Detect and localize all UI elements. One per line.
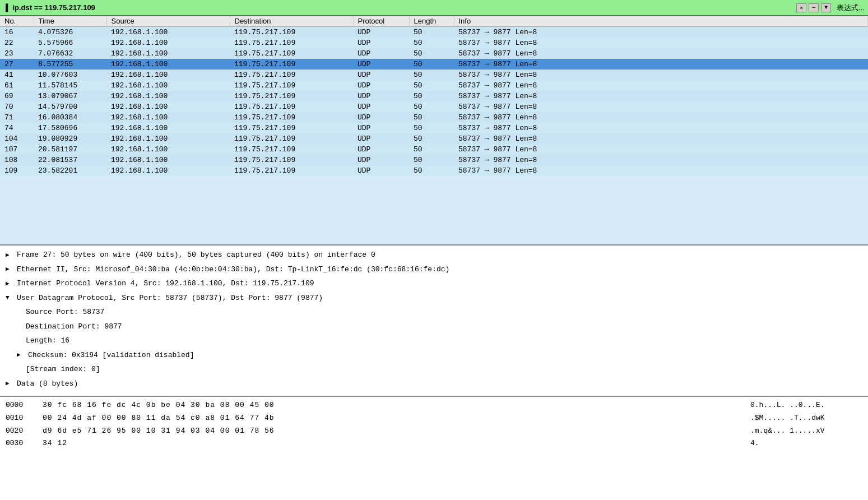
udp-field-row: Source Port: 58737 — [0, 305, 868, 320]
cell-src: 192.168.1.100 — [106, 112, 230, 123]
cell-len: 50 — [409, 38, 454, 48]
table-row[interactable]: 41 10.077603 192.168.1.100 119.75.217.10… — [0, 70, 868, 80]
cell-len: 50 — [409, 144, 454, 155]
udp-text: User Datagram Protocol, Src Port: 58737 … — [17, 293, 323, 304]
cell-no: 108 — [0, 155, 34, 165]
cell-proto: UDP — [353, 59, 409, 70]
cell-info: 58737 → 9877 Len=8 — [454, 38, 868, 48]
col-header-no: No. — [0, 16, 34, 27]
hex-row: 0010 00 24 4d af 00 00 80 11 da 54 c0 a8… — [0, 412, 868, 425]
cell-dst: 119.75.217.109 — [230, 165, 353, 176]
udp-sub-field: Destination Port: 9877 — [26, 321, 122, 332]
cell-len: 50 — [409, 80, 454, 91]
cell-proto: UDP — [353, 48, 409, 59]
expression-label[interactable]: 表达式... — [837, 3, 865, 13]
cell-info: 58737 → 9877 Len=8 — [454, 165, 868, 176]
cell-time: 14.579700 — [34, 101, 106, 112]
cell-len: 50 — [409, 27, 454, 38]
cell-info: 58737 → 9877 Len=8 — [454, 48, 868, 59]
col-header-destination: Destination — [230, 16, 353, 27]
udp-sub-field: Source Port: 58737 — [26, 307, 104, 318]
table-row[interactable]: 74 17.580696 192.168.1.100 119.75.217.10… — [0, 123, 868, 133]
cell-time: 19.080929 — [34, 133, 106, 144]
cell-proto: UDP — [353, 70, 409, 80]
hex-ascii: 0.h...L. ..0...E. — [750, 400, 862, 411]
cell-no: 61 — [0, 80, 34, 91]
hex-offset: 0030 — [6, 438, 34, 450]
cell-no: 109 — [0, 165, 34, 176]
table-row[interactable]: 70 14.579700 192.168.1.100 119.75.217.10… — [0, 101, 868, 112]
table-row[interactable]: 104 19.080929 192.168.1.100 119.75.217.1… — [0, 133, 868, 144]
detail-ethernet-row[interactable]: ▶ Ethernet II, Src: Microsof_04:30:ba (4… — [0, 262, 868, 277]
table-row[interactable]: 108 22.081537 192.168.1.100 119.75.217.1… — [0, 155, 868, 165]
ip-text: Internet Protocol Version 4, Src: 192.16… — [17, 278, 314, 289]
cell-time: 11.578145 — [34, 80, 106, 91]
cell-info: 58737 → 9877 Len=8 — [454, 155, 868, 165]
packet-list-pane: No. Time Source Destination Protocol Len… — [0, 16, 868, 246]
col-header-source: Source — [106, 16, 230, 27]
cell-no: 16 — [0, 27, 34, 38]
cell-len: 50 — [409, 101, 454, 112]
cell-src: 192.168.1.100 — [106, 27, 230, 38]
minimize-button[interactable]: — — [809, 3, 819, 12]
frame-text: Frame 27: 50 bytes on wire (400 bits), 5… — [17, 249, 375, 261]
udp-field-row: [Stream index: 0] — [0, 362, 868, 377]
cell-len: 50 — [409, 91, 454, 101]
table-row[interactable]: 27 8.577255 192.168.1.100 119.75.217.109… — [0, 59, 868, 70]
cell-dst: 119.75.217.109 — [230, 80, 353, 91]
cell-len: 50 — [409, 70, 454, 80]
ip-toggle: ▶ — [6, 279, 15, 289]
udp-field-row: Destination Port: 9877 — [0, 320, 868, 334]
cell-time: 23.582201 — [34, 165, 106, 176]
cell-dst: 119.75.217.109 — [230, 70, 353, 80]
cell-no: 22 — [0, 38, 34, 48]
udp-toggle: ▼ — [6, 293, 15, 303]
udp-sub-field: [Stream index: 0] — [26, 364, 100, 375]
table-row[interactable]: 61 11.578145 192.168.1.100 119.75.217.10… — [0, 80, 868, 91]
cell-time: 17.580696 — [34, 123, 106, 133]
table-row[interactable]: 107 20.581197 192.168.1.100 119.75.217.1… — [0, 144, 868, 155]
cell-info: 58737 → 9877 Len=8 — [454, 91, 868, 101]
cell-time: 20.581197 — [34, 144, 106, 155]
checksum-toggle: ▶ — [17, 350, 26, 360]
data-text: Data (8 bytes) — [17, 378, 78, 390]
cell-no: 74 — [0, 123, 34, 133]
table-row[interactable]: 22 5.575966 192.168.1.100 119.75.217.109… — [0, 38, 868, 48]
cell-proto: UDP — [353, 38, 409, 48]
table-row[interactable]: 69 13.079067 192.168.1.100 119.75.217.10… — [0, 91, 868, 101]
hex-offset: 0020 — [6, 425, 34, 437]
cell-src: 192.168.1.100 — [106, 123, 230, 133]
table-header-row: No. Time Source Destination Protocol Len… — [0, 16, 868, 27]
table-row[interactable]: 71 16.080384 192.168.1.100 119.75.217.10… — [0, 112, 868, 123]
hex-ascii: .$M..... .T...dwK — [750, 413, 862, 424]
detail-data-row[interactable]: ▶ Data (8 bytes) — [0, 377, 868, 391]
col-header-time: Time — [34, 16, 106, 27]
table-row[interactable]: 16 4.075326 192.168.1.100 119.75.217.109… — [0, 27, 868, 38]
cell-len: 50 — [409, 123, 454, 133]
col-header-info: Info — [454, 16, 868, 27]
title-bar: ▐ ip.dst == 119.75.217.109 ✕ — ▼ 表达式... — [0, 0, 868, 16]
hex-offset: 0000 — [6, 400, 34, 411]
packet-table: No. Time Source Destination Protocol Len… — [0, 16, 868, 176]
cell-time: 5.575966 — [34, 38, 106, 48]
cell-src: 192.168.1.100 — [106, 101, 230, 112]
cell-proto: UDP — [353, 144, 409, 155]
cell-time: 13.079067 — [34, 91, 106, 101]
cell-dst: 119.75.217.109 — [230, 59, 353, 70]
cell-dst: 119.75.217.109 — [230, 101, 353, 112]
ethernet-toggle: ▶ — [6, 265, 15, 274]
cell-proto: UDP — [353, 155, 409, 165]
dropdown-button[interactable]: ▼ — [821, 3, 831, 12]
udp-field-row[interactable]: ▶Checksum: 0x3194 [validation disabled] — [0, 348, 868, 363]
table-row[interactable]: 23 7.076632 192.168.1.100 119.75.217.109… — [0, 48, 868, 59]
table-row[interactable]: 109 23.582201 192.168.1.100 119.75.217.1… — [0, 165, 868, 176]
cell-proto: UDP — [353, 27, 409, 38]
cell-proto: UDP — [353, 165, 409, 176]
detail-frame-row[interactable]: ▶ Frame 27: 50 bytes on wire (400 bits),… — [0, 248, 868, 262]
cell-dst: 119.75.217.109 — [230, 133, 353, 144]
frame-toggle: ▶ — [6, 251, 15, 260]
close-button[interactable]: ✕ — [796, 3, 806, 12]
detail-udp-row[interactable]: ▼ User Datagram Protocol, Src Port: 5873… — [0, 291, 868, 305]
hex-bytes: d9 6d e5 71 26 95 00 10 31 94 03 04 00 0… — [43, 425, 741, 437]
detail-ip-row[interactable]: ▶ Internet Protocol Version 4, Src: 192.… — [0, 276, 868, 291]
